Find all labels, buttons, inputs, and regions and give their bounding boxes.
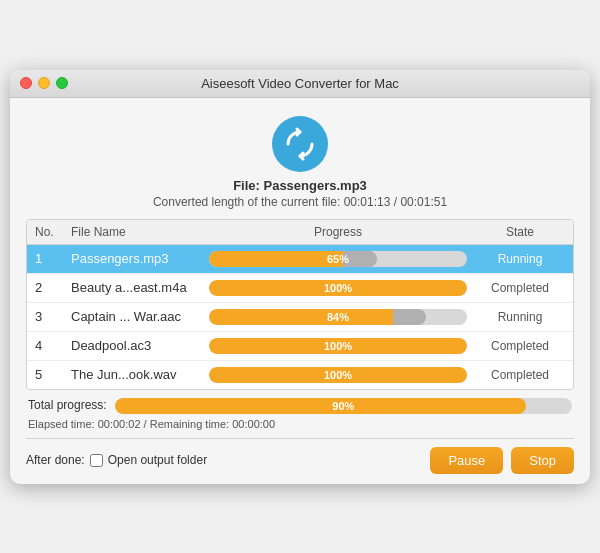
row-number: 4 (35, 338, 71, 353)
progress-bar-container: 100% (209, 367, 467, 383)
current-filename: File: Passengers.mp3 (26, 178, 574, 193)
table-row: 1 Passengers.mp3 65% Running (27, 245, 573, 274)
row-filename: Beauty a...east.m4a (71, 280, 201, 295)
row-state: Completed (475, 368, 565, 382)
progress-label: 100% (324, 282, 352, 294)
open-folder-checkbox[interactable] (90, 454, 103, 467)
files-table: No. File Name Progress State 1 Passenger… (26, 219, 574, 390)
total-progress-row: Total progress: 90% (28, 398, 572, 415)
row-number: 3 (35, 309, 71, 324)
row-filename: Captain ... War.aac (71, 309, 201, 324)
pause-button[interactable]: Pause (430, 447, 503, 474)
total-progress-bar-container: 90% (115, 398, 572, 414)
header-no: No. (35, 225, 71, 239)
progress-label: 84% (327, 311, 349, 323)
progress-cell: 65% (201, 251, 475, 267)
header-state: State (475, 225, 565, 239)
stop-button[interactable]: Stop (511, 447, 574, 474)
row-filename: The Jun...ook.wav (71, 367, 201, 382)
progress-bar-container: 100% (209, 280, 467, 296)
content-area: File: Passengers.mp3 Converted length of… (10, 98, 590, 484)
table-row: 4 Deadpool.ac3 100% Completed (27, 332, 573, 361)
table-row: 5 The Jun...ook.wav 100% Completed (27, 361, 573, 389)
total-progress-percent: 90% (332, 400, 354, 412)
file-info: File: Passengers.mp3 Converted length of… (26, 178, 574, 209)
total-progress-label: Total progress: (28, 398, 107, 412)
row-filename: Deadpool.ac3 (71, 338, 201, 353)
progress-label: 100% (324, 369, 352, 381)
table-header: No. File Name Progress State (27, 220, 573, 245)
elapsed-time: Elapsed time: 00:00:02 / Remaining time:… (28, 418, 572, 430)
convert-arrows-icon (282, 126, 318, 162)
progress-bar-fill (209, 309, 426, 325)
header-progress: Progress (201, 225, 475, 239)
after-done-label: After done: (26, 453, 85, 467)
progress-bar-container: 100% (209, 338, 467, 354)
progress-label: 65% (327, 253, 349, 265)
total-progress-area: Total progress: 90% Elapsed time: 00:00:… (26, 398, 574, 430)
progress-cell: 100% (201, 280, 475, 296)
after-done-area: After done: Open output folder (26, 453, 422, 467)
traffic-lights (20, 77, 68, 89)
progress-label: 100% (324, 340, 352, 352)
progress-bar-container: 65% (209, 251, 467, 267)
row-filename: Passengers.mp3 (71, 251, 201, 266)
row-number: 1 (35, 251, 71, 266)
header-filename: File Name (71, 225, 201, 239)
minimize-button[interactable] (38, 77, 50, 89)
bottom-bar: After done: Open output folder Pause Sto… (26, 438, 574, 474)
progress-cell: 84% (201, 309, 475, 325)
window-title: Aiseesoft Video Converter for Mac (201, 76, 399, 91)
converted-length: Converted length of the current file: 00… (26, 195, 574, 209)
table-row: 2 Beauty a...east.m4a 100% Completed (27, 274, 573, 303)
row-state: Running (475, 252, 565, 266)
row-number: 2 (35, 280, 71, 295)
main-window: Aiseesoft Video Converter for Mac File: … (10, 70, 590, 484)
convert-icon (272, 116, 328, 172)
progress-bar-container: 84% (209, 309, 467, 325)
close-button[interactable] (20, 77, 32, 89)
progress-bar-fill (209, 251, 377, 267)
maximize-button[interactable] (56, 77, 68, 89)
table-row: 3 Captain ... War.aac 84% Running (27, 303, 573, 332)
row-number: 5 (35, 367, 71, 382)
open-folder-label: Open output folder (108, 453, 207, 467)
row-state: Completed (475, 339, 565, 353)
row-state: Running (475, 310, 565, 324)
icon-area (26, 116, 574, 172)
total-progress-bar-fill (115, 398, 527, 414)
titlebar: Aiseesoft Video Converter for Mac (10, 70, 590, 98)
progress-cell: 100% (201, 367, 475, 383)
row-state: Completed (475, 281, 565, 295)
progress-cell: 100% (201, 338, 475, 354)
